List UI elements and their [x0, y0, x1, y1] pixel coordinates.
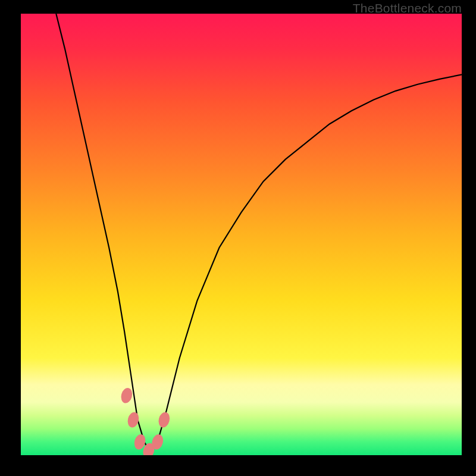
watermark-text: TheBottleneck.com	[353, 1, 462, 15]
gradient-rect	[21, 14, 462, 455]
outer-frame: TheBottleneck.com	[0, 0, 476, 476]
chart-svg	[21, 14, 462, 455]
plot-area	[21, 14, 462, 455]
